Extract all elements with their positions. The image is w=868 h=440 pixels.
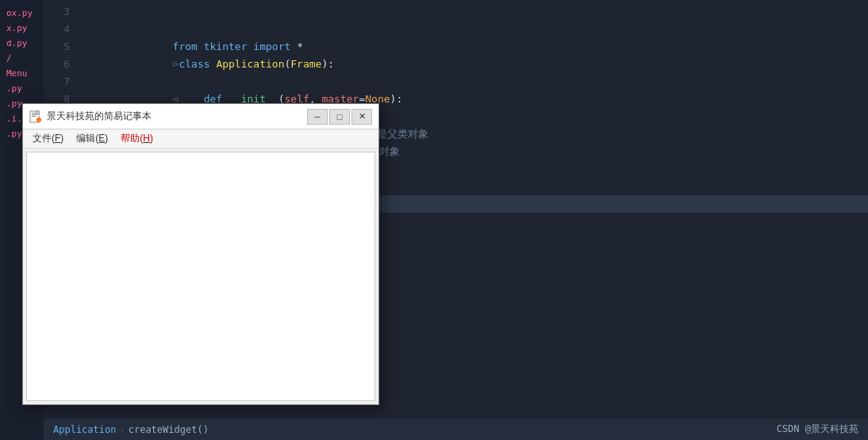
close-button[interactable]: ✕ <box>351 109 372 125</box>
svg-rect-2 <box>32 114 37 115</box>
breadcrumb-separator: › <box>119 424 125 435</box>
file-item[interactable]: Menu <box>0 67 44 80</box>
status-right-text: CSDN @景天科技苑 <box>777 423 858 436</box>
svg-rect-5 <box>36 111 39 114</box>
code-line: ⊲ def __init__(self, master=None): <box>86 73 868 91</box>
notepad-title: 景天科技苑的简易记事本 <box>47 110 307 123</box>
notepad-app-icon: ✎ <box>29 110 42 123</box>
file-item[interactable]: ox.py <box>0 6 44 20</box>
titlebar-buttons: ─ □ ✕ <box>307 109 372 125</box>
notepad-window: ✎ 景天科技苑的简易记事本 ─ □ ✕ 文件(F) 编辑(E) 帮助(H) <box>22 103 379 405</box>
notepad-textarea[interactable] <box>26 152 375 401</box>
breadcrumb: Application › createWidget() <box>53 424 209 435</box>
svg-rect-3 <box>32 116 36 117</box>
notepad-titlebar: ✎ 景天科技苑的简易记事本 ─ □ ✕ <box>23 104 378 129</box>
maximize-button[interactable]: □ <box>329 109 350 125</box>
file-item[interactable]: x.py <box>0 21 44 35</box>
code-line: from tkinter import * <box>86 21 868 38</box>
menu-item-help[interactable]: 帮助(H) <box>114 130 159 147</box>
file-item[interactable]: / <box>0 52 44 65</box>
minimize-button[interactable]: ─ <box>307 109 328 125</box>
code-line <box>86 3 868 21</box>
file-item[interactable]: d.py <box>0 37 44 50</box>
menu-item-file[interactable]: 文件(F) <box>26 130 70 147</box>
status-bar: Application › createWidget() CSDN @景天科技苑 <box>44 418 868 440</box>
breadcrumb-item-application[interactable]: Application <box>53 424 116 435</box>
menu-item-edit[interactable]: 编辑(E) <box>70 130 114 147</box>
breadcrumb-item-createwidget[interactable]: createWidget() <box>129 424 209 435</box>
notepad-menubar: 文件(F) 编辑(E) 帮助(H) <box>23 129 378 149</box>
file-item[interactable]: .py <box>0 82 44 95</box>
